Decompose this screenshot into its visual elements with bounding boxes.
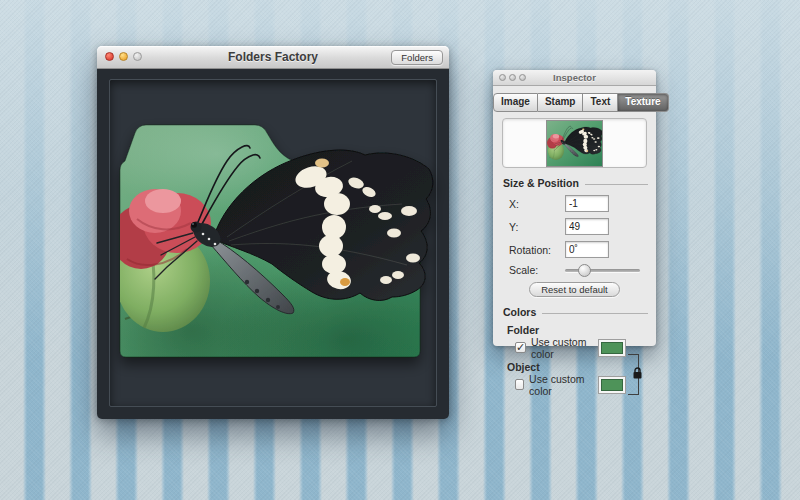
inspector-window: Inspector Image Stamp Text Texture Size … — [493, 70, 656, 346]
folders-toolbar-button[interactable]: Folders — [391, 50, 443, 65]
size-position-header: Size & Position — [503, 177, 648, 189]
rotation-input[interactable] — [565, 241, 609, 258]
reset-to-default-button[interactable]: Reset to default — [529, 282, 620, 297]
tab-text[interactable]: Text — [583, 93, 618, 112]
tab-texture[interactable]: Texture — [618, 93, 668, 112]
tab-image[interactable]: Image — [493, 93, 538, 112]
folder-custom-color-row: ✓ Use custom color — [515, 340, 626, 355]
rotation-label: Rotation: — [509, 244, 565, 256]
folder-color-swatch — [601, 342, 623, 354]
inspector-tabs: Image Stamp Text Texture — [493, 93, 669, 112]
object-color-swatch — [601, 379, 623, 391]
x-label: X: — [509, 198, 565, 210]
object-custom-color-row: Use custom color — [515, 377, 626, 392]
texture-preview-well[interactable] — [502, 118, 647, 168]
x-field-row: X: — [509, 195, 642, 212]
folder-checkbox-label: Use custom color — [531, 336, 593, 360]
colors-section: Folder ✓ Use custom color Object Use cus… — [493, 324, 656, 392]
y-input[interactable] — [565, 218, 609, 235]
main-titlebar[interactable]: Folders Factory Folders — [97, 46, 449, 69]
rotation-field-row: Rotation: — [509, 241, 642, 258]
folders-factory-window: Folders Factory Folders — [97, 46, 449, 418]
y-label: Y: — [509, 221, 565, 233]
object-checkbox-label: Use custom color — [529, 373, 593, 397]
colors-header: Colors — [503, 306, 648, 318]
folder-group-label: Folder — [507, 324, 656, 336]
inspector-titlebar[interactable]: Inspector — [493, 70, 656, 86]
folder-custom-color-checkbox[interactable]: ✓ — [515, 342, 526, 353]
inspector-title: Inspector — [493, 72, 656, 83]
lock-icon[interactable] — [632, 367, 643, 380]
x-input[interactable] — [565, 195, 609, 212]
tab-stamp[interactable]: Stamp — [538, 93, 584, 112]
object-custom-color-checkbox[interactable] — [515, 379, 524, 390]
object-color-well[interactable] — [598, 376, 626, 394]
folder-color-well[interactable] — [598, 339, 626, 357]
folder-texture-preview[interactable] — [97, 69, 449, 419]
texture-thumbnail[interactable] — [546, 120, 603, 167]
scale-row: Scale: — [509, 263, 642, 276]
canvas-area — [97, 69, 449, 419]
scale-slider-track[interactable] — [565, 269, 640, 272]
scale-slider-thumb[interactable] — [578, 264, 591, 277]
y-field-row: Y: — [509, 218, 642, 235]
scale-slider[interactable] — [565, 263, 640, 276]
scale-label: Scale: — [509, 264, 565, 276]
